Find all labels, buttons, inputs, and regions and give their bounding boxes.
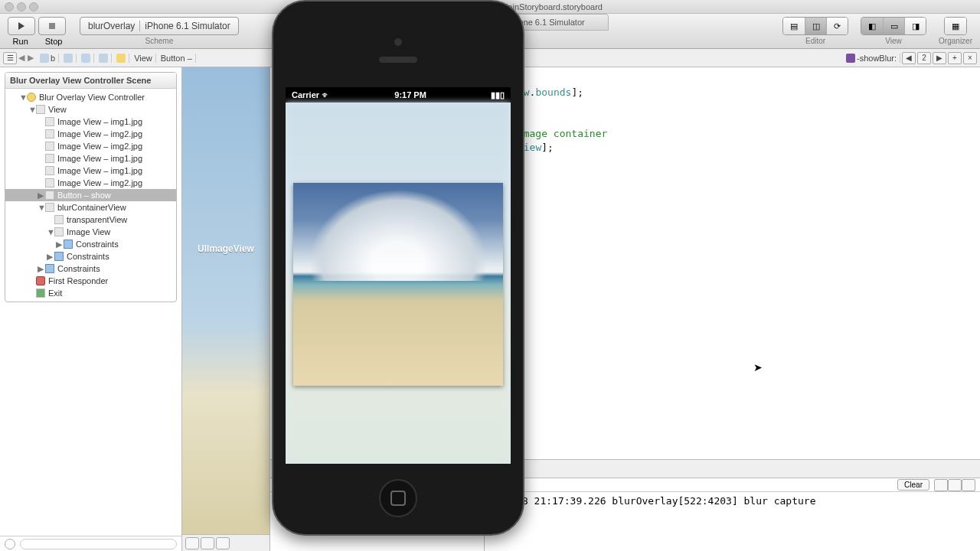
tree-label: View (48, 105, 67, 114)
ib-zoom-toolbar (182, 534, 270, 551)
tree-label: First Responder (48, 276, 108, 285)
show-navigator-icon[interactable]: ◧ (861, 18, 883, 34)
imageview-icon (54, 227, 64, 236)
tree-row[interactable]: Image View – img2.jpg (5, 140, 176, 152)
filter-input[interactable] (20, 539, 177, 549)
forward-icon[interactable]: ▶ (28, 53, 35, 63)
home-button[interactable] (379, 479, 417, 517)
tree-row[interactable]: ▶Constraints (5, 262, 176, 275)
jumpbar-crumb[interactable]: Button – (158, 54, 196, 63)
status-time: 9:17 PM (394, 90, 426, 99)
photo-overlay (293, 183, 503, 386)
stop-label: Stop (45, 37, 63, 46)
jumpbar-crumb[interactable] (113, 54, 129, 63)
jumpbar-counter: 2 (917, 52, 931, 64)
crumb-label: b (51, 54, 55, 63)
clear-console-button[interactable]: Clear (897, 479, 929, 491)
tree-row[interactable]: First Responder (5, 275, 176, 287)
console-pane-right-icon[interactable] (962, 479, 975, 491)
version-editor-icon[interactable]: ⟳ (826, 18, 848, 34)
document-outline: Blur Overlay View Controller Scene ▼Blur… (5, 72, 177, 302)
imageview-icon (45, 129, 54, 139)
tree-row[interactable]: ▶Constraints (5, 238, 176, 250)
simulator-title: hone 6.1 Simulator (514, 18, 584, 27)
console-pane-left-icon[interactable] (934, 479, 948, 491)
jumpbar-add-icon[interactable]: + (948, 52, 962, 64)
jumpbar-crumb[interactable] (96, 54, 112, 63)
tree-row[interactable]: ▼blurContainerView (5, 201, 176, 214)
button-icon (45, 191, 54, 200)
view-icon (54, 215, 64, 224)
file-icon (81, 54, 90, 63)
tree-row[interactable]: Image View – img2.jpg (5, 177, 176, 189)
run-button[interactable] (8, 17, 35, 35)
crumb-label: View (134, 54, 152, 63)
filter-icon[interactable] (5, 539, 15, 549)
tree-row[interactable]: Image View – img1.jpg (5, 152, 176, 165)
constraints-icon (54, 252, 64, 261)
tree-row[interactable]: Exit (5, 287, 176, 299)
organizer-button[interactable]: ▦ (944, 17, 967, 35)
editor-mode-segmented[interactable]: ▤ ◫ ⟳ (782, 17, 848, 35)
scheme-label: Scheme (145, 37, 174, 45)
imageview-icon (45, 178, 54, 187)
assistant-editor-icon[interactable]: ◫ (805, 18, 826, 34)
view-panes-segmented[interactable]: ◧ ▭ ◨ (861, 17, 926, 35)
tree-label: Image View – img1.jpg (57, 154, 142, 163)
ib-zoom-out-icon[interactable] (185, 537, 199, 549)
iphone-simulator: Carrier ᯤ 9:17 PM ▮▮▯ (272, 0, 524, 536)
back-icon[interactable]: ◀ (18, 53, 26, 63)
tree-label: Image View – img2.jpg (57, 178, 142, 187)
tree-row[interactable]: transparentView (5, 214, 176, 226)
tree-label: Image View – img2.jpg (57, 142, 142, 151)
tree-row[interactable]: ▼Image View (5, 226, 176, 238)
show-utilities-icon[interactable]: ◨ (904, 18, 926, 34)
stop-button[interactable] (38, 17, 66, 35)
jumpbar-crumb[interactable]: View (131, 54, 156, 63)
editor-label: Editor (805, 37, 825, 45)
tree-row[interactable]: Image View – img1.jpg (5, 165, 176, 177)
method-icon (846, 54, 855, 63)
simulator-screen[interactable]: Carrier ᯤ 9:17 PM ▮▮▯ (286, 87, 511, 464)
tree-row[interactable]: ▼Blur Overlay View Controller (5, 91, 176, 103)
tree-row[interactable]: Image View – img2.jpg (5, 128, 176, 140)
ib-zoom-actual-icon[interactable] (201, 537, 214, 549)
tree-row[interactable]: Image View – img1.jpg (5, 116, 176, 128)
mouse-cursor-icon: ➤ (753, 361, 763, 373)
show-debug-icon[interactable]: ▭ (883, 18, 904, 34)
tree-row-selected[interactable]: ▶Button – show (5, 189, 176, 201)
crumb-label: Button – (161, 54, 192, 63)
jumpbar-method[interactable]: -showBlur: (843, 54, 900, 63)
jumpbar-crumb[interactable]: b (37, 54, 59, 63)
tree-label: Image View – img2.jpg (57, 129, 142, 139)
jumpbar-close-icon[interactable]: × (963, 52, 977, 64)
jumpbar-crumb[interactable] (78, 54, 94, 63)
tree-row[interactable]: ▶Constraints (5, 250, 176, 262)
console-output[interactable]: 3-06-18 21:17:39.226 blurOverlay[522:420… (485, 492, 980, 551)
constraints-icon (45, 264, 54, 273)
related-items-icon[interactable]: ☰ (3, 52, 17, 64)
tree-label: Constraints (76, 240, 119, 249)
jumpbar-next-icon[interactable]: ▶ (933, 52, 946, 64)
tree-label: Constraints (57, 264, 100, 273)
scheme-destination: iPhone 6.1 Simulator (145, 21, 230, 31)
organizer-label: Organizer (939, 37, 972, 45)
jumpbar-crumb[interactable] (60, 54, 77, 63)
console-pane-both-icon[interactable] (948, 479, 962, 491)
outline-header: Blur Overlay View Controller Scene (5, 73, 176, 89)
organizer-icon[interactable]: ▦ (945, 18, 966, 34)
run-label: Run (13, 37, 28, 46)
battery-icon: ▮▮▯ (491, 90, 505, 100)
ib-zoom-in-icon[interactable] (216, 537, 230, 549)
tree-label: Exit (48, 289, 62, 298)
scheme-selector[interactable]: blurOverlay iPhone 6.1 Simulator (80, 17, 239, 35)
standard-editor-icon[interactable]: ▤ (783, 18, 805, 34)
ib-placeholder-label: UIImageView (182, 243, 270, 254)
jumpbar-prev-icon[interactable]: ◀ (902, 52, 916, 64)
first-responder-icon (36, 276, 45, 285)
interface-builder-canvas[interactable]: UIImageView (182, 67, 270, 551)
tree-row[interactable]: ▼View (5, 103, 176, 116)
crumb-label: -showBlur: (857, 54, 897, 63)
status-bar: Carrier ᯤ 9:17 PM ▮▮▯ (286, 87, 511, 103)
folder-icon (64, 54, 73, 63)
